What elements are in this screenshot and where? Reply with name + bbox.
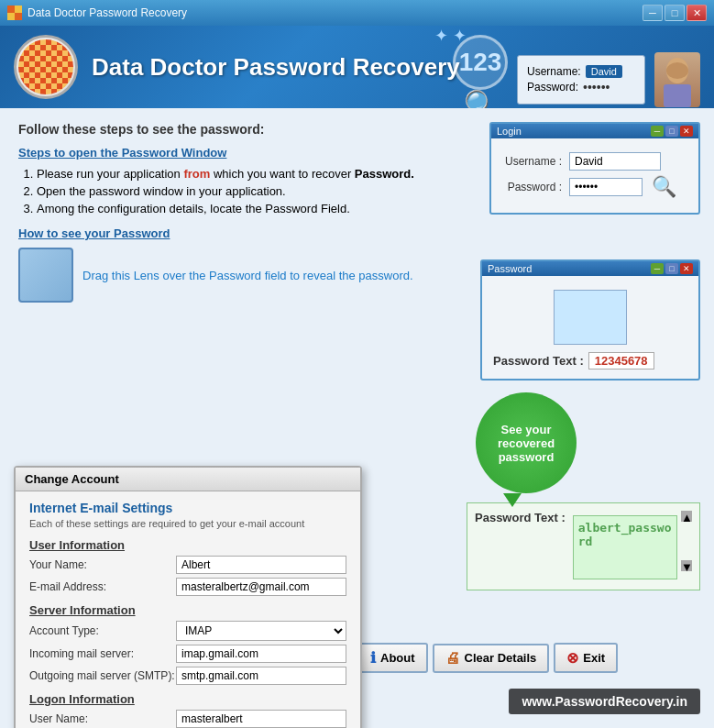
modal-username-input[interactable]: [176, 710, 346, 728]
reveal-win-max[interactable]: □: [665, 263, 678, 274]
reveal-win-min[interactable]: ─: [651, 263, 664, 274]
your-name-label: Your Name:: [29, 558, 176, 571]
pw-blue-box: [554, 290, 627, 345]
window-title: Data Doctor Password Recovery: [27, 6, 643, 19]
about-label: About: [380, 651, 415, 665]
exit-button[interactable]: ⊗ Exit: [554, 643, 618, 673]
email-row: E-mail Address:: [29, 578, 346, 596]
app-logo: [14, 35, 78, 99]
account-type-row: Account Type: IMAP POP3: [29, 621, 346, 641]
pw-text-label: Password Text :: [493, 354, 584, 368]
password-result-area: Password Text : ▲ ▼: [467, 502, 700, 590]
action-buttons: ℹ About 🖨 Clear Details ⊗ Exit: [357, 643, 618, 673]
exit-label: Exit: [583, 651, 605, 665]
username-label: Username :: [502, 155, 562, 168]
svg-point-6: [666, 62, 688, 79]
exit-icon: ⊗: [566, 649, 578, 667]
step-1: Please run your application from which y…: [37, 167, 458, 181]
outgoing-server-row: Outgoing mail server (SMTP):: [29, 667, 346, 685]
header-banner: Data Doctor Password Recovery ✦ ✦ 123 🔍 …: [0, 26, 714, 108]
maximize-button[interactable]: □: [665, 5, 685, 21]
see-recovered-text: See your recovered password: [476, 423, 577, 464]
pw-text-row: Password Text : 12345678: [493, 352, 687, 370]
user-avatar: [654, 52, 700, 107]
drag-text: Drag this Lens over the Password field t…: [82, 269, 413, 282]
your-name-input[interactable]: [176, 556, 346, 574]
header-username-value: David: [586, 65, 622, 78]
incoming-server-input[interactable]: [176, 645, 346, 663]
account-type-select[interactable]: IMAP POP3: [176, 621, 346, 641]
modal-title-bar: Change Account: [16, 468, 360, 491]
clear-details-button[interactable]: 🖨 Clear Details: [433, 644, 550, 673]
password-result-label: Password Text :: [475, 511, 566, 524]
bubble-arrow-icon: [503, 493, 522, 507]
clear-icon: 🖨: [445, 650, 460, 667]
login-win-close[interactable]: ✕: [680, 126, 693, 137]
steps-section-title: Steps to open the Password Window: [18, 146, 458, 160]
lens-box: [18, 248, 73, 303]
modal-title: Change Account: [25, 472, 119, 486]
website-url: www.PasswordRecovery.in: [522, 694, 687, 709]
incoming-server-row: Incoming mail server:: [29, 645, 346, 663]
minimize-button[interactable]: ─: [643, 5, 663, 21]
scroll-up-icon[interactable]: ▲: [681, 511, 692, 522]
password-input[interactable]: [569, 178, 643, 196]
svg-rect-0: [7, 6, 15, 13]
password-text-area[interactable]: [573, 515, 677, 579]
clear-label: Clear Details: [465, 651, 537, 665]
magnifier-over-password-icon: 🔍: [652, 175, 676, 199]
change-account-modal: Change Account Internet E-mail Settings …: [14, 466, 362, 728]
reveal-win-close[interactable]: ✕: [680, 263, 693, 274]
password-reveal-window: Password ─ □ ✕ Password Text : 12345678: [480, 259, 700, 381]
header-right: ✦ ✦ 123 🔍 Username: David Password: ••••…: [453, 35, 700, 108]
about-icon: ℹ: [370, 649, 376, 667]
modal-section-sub: Each of these settings are required to g…: [29, 518, 346, 529]
username-input[interactable]: [569, 152, 661, 171]
website-footer: www.PasswordRecovery.in: [509, 689, 700, 714]
email-input[interactable]: [176, 578, 346, 596]
header-password-value: ••••••: [583, 80, 610, 94]
main-content: Follow these steps to see the password: …: [0, 108, 714, 728]
modal-content: Internet E-mail Settings Each of these s…: [16, 491, 360, 728]
email-label: E-mail Address:: [29, 580, 176, 593]
modal-username-row: User Name:: [29, 710, 346, 728]
svg-rect-3: [15, 13, 22, 20]
incoming-server-label: Incoming mail server:: [29, 647, 176, 660]
server-info-title: Server Information: [29, 603, 346, 617]
steps-section: Steps to open the Password Window Please…: [18, 146, 458, 215]
header-login-box: Username: David Password: ••••••: [517, 55, 645, 105]
svg-rect-5: [664, 84, 691, 107]
about-button[interactable]: ℹ About: [357, 643, 428, 673]
modal-section-title: Internet E-mail Settings: [29, 501, 346, 515]
step-2: Open the password window in your applica…: [37, 184, 458, 198]
close-button[interactable]: ✕: [687, 5, 707, 21]
login-float-window: Login ─ □ ✕ Username : Password : 🔍: [489, 122, 700, 215]
how-section-title: How to see your Password: [18, 226, 458, 240]
how-section: How to see your Password Drag this Lens …: [18, 226, 458, 303]
window-controls: ─ □ ✕: [643, 5, 707, 21]
magnifier-icon: 🔍: [458, 85, 502, 108]
outgoing-server-input[interactable]: [176, 667, 346, 685]
login-form: Username : Password : 🔍: [491, 138, 698, 213]
login-win-max[interactable]: □: [665, 126, 678, 137]
logon-info-title: Logon Information: [29, 692, 346, 706]
account-type-label: Account Type:: [29, 624, 176, 637]
reveal-window-title: Password ─ □ ✕: [482, 261, 698, 276]
your-name-row: Your Name:: [29, 556, 346, 574]
svg-rect-2: [7, 13, 15, 20]
header-username-label: Username:: [527, 65, 581, 78]
password-label: Password :: [502, 181, 562, 193]
follow-steps-title: Follow these steps to see the password:: [18, 122, 458, 137]
header-password-label: Password:: [527, 81, 578, 94]
login-window-controls: ─ □ ✕: [651, 126, 693, 137]
svg-rect-1: [15, 6, 22, 13]
drag-lens-area: Drag this Lens over the Password field t…: [18, 248, 458, 303]
username-row: Username :: [502, 152, 687, 171]
scroll-down-icon[interactable]: ▼: [681, 560, 692, 571]
see-recovered-bubble: See your recovered password: [476, 392, 577, 493]
password-row: Password : 🔍: [502, 175, 687, 199]
pw-text-value: 12345678: [588, 352, 654, 370]
login-win-min[interactable]: ─: [651, 126, 664, 137]
modal-username-label: User Name:: [29, 712, 176, 725]
outgoing-server-label: Outgoing mail server (SMTP):: [29, 669, 176, 682]
